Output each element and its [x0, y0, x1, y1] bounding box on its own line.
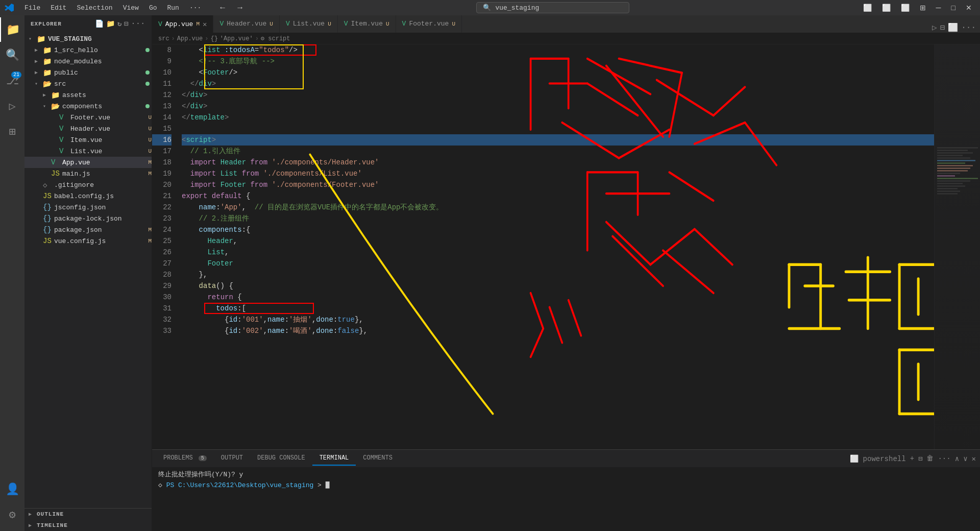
add-terminal-button[interactable]: + [910, 454, 914, 463]
git-file-icon: ◇ [43, 181, 52, 189]
kill-terminal-button[interactable]: 🗑 [926, 454, 934, 463]
terminal-tab-comments[interactable]: COMMENTS [356, 451, 400, 466]
terminal-tab-output[interactable]: OUTPUT [214, 451, 250, 466]
breadcrumb-braces[interactable]: {} [210, 35, 217, 42]
run-icon[interactable]: ▷ [932, 22, 937, 33]
sidebar-outline[interactable]: ▶ OUTLINE [24, 509, 152, 520]
svg-rect-15 [937, 186, 965, 187]
menu-edit[interactable]: Edit [46, 3, 70, 13]
sidebar-item-components[interactable]: ▾ 📂 components [24, 101, 152, 112]
menu-file[interactable]: File [20, 3, 44, 13]
sidebar-item-public[interactable]: ▶ 📁 public [24, 67, 152, 78]
activity-settings[interactable]: ⚙ [0, 502, 24, 527]
sidebar-item-app-vue[interactable]: V App.vue M [24, 157, 152, 168]
collapse-icon[interactable]: ⊟ [124, 19, 129, 28]
maximize-button[interactable]: □ [947, 3, 960, 13]
sidebar-item-vue-config[interactable]: JS vue.config.js M [24, 235, 152, 247]
sidebar-item-babel-config[interactable]: JS babel.config.js [24, 190, 152, 202]
split-editor-icon[interactable]: ⊟ [940, 22, 945, 33]
activity-account[interactable]: 👤 [0, 477, 24, 501]
menu-view[interactable]: View [119, 3, 143, 13]
new-folder-icon[interactable]: 📁 [106, 19, 115, 28]
terminal-tab-terminal[interactable]: TERMINAL [312, 451, 356, 466]
svg-rect-0 [937, 148, 978, 149]
code-editor[interactable]: 8 9 10 11 12 13 14 15 16 17 18 19 20 21 … [152, 44, 980, 449]
breadcrumb-app-name[interactable]: 'App.vue' [220, 35, 253, 42]
more-terminal-actions-icon[interactable]: ··· [938, 454, 950, 463]
more-actions-icon[interactable]: ··· [961, 23, 976, 32]
breadcrumb-app-vue[interactable]: App.vue [177, 35, 203, 42]
item-label: .gitignore [54, 181, 152, 189]
tab-item-vue[interactable]: V Item.vue U [338, 15, 396, 33]
code-line-33: {id:'002',name:'喝酒',done:false}, [182, 325, 934, 336]
nav-back-button[interactable]: ← [215, 2, 230, 13]
tab-list-vue[interactable]: V List.vue U [280, 15, 338, 33]
breadcrumb-script[interactable]: ⚙ script [261, 35, 290, 42]
sidebar-item-node-modules[interactable]: ▶ 📁 node_modules [24, 56, 152, 67]
sidebar-item-vue-staging[interactable]: ▾ 📁 VUE_STAGING [24, 33, 152, 44]
menu-more[interactable]: ··· [185, 3, 205, 13]
modified-indicator [145, 48, 150, 52]
toggle-layout-icon[interactable]: ⬜ [948, 22, 958, 33]
sidebar-item-item-vue[interactable]: V Item.vue U [24, 134, 152, 146]
sidebar-item-footer-vue[interactable]: V Footer.vue U [24, 112, 152, 123]
sidebar-item-src[interactable]: ▾ 📂 src [24, 78, 152, 89]
sidebar-item-package-json[interactable]: {} package.json M [24, 224, 152, 235]
tab-header-vue[interactable]: V Header.vue U [213, 15, 279, 33]
code-line-31: todos:[ [182, 303, 934, 314]
activity-search[interactable]: 🔍 [0, 43, 24, 67]
toggle-sidebar-button[interactable]: ⬜ [859, 3, 876, 13]
modified-label: U [148, 114, 152, 120]
minimize-panel-button[interactable]: ∨ [963, 454, 967, 463]
code-content[interactable]: <list :todosA="todos"/> <!-- 3.底部导航 --> … [178, 44, 934, 449]
activity-run[interactable]: ▷ [0, 94, 24, 118]
sidebar-item-gitignore[interactable]: ◇ .gitignore [24, 179, 152, 190]
minimize-button[interactable]: ─ [932, 3, 945, 13]
sidebar-item-1-src-hello[interactable]: ▶ 📁 1_src_hello [24, 44, 152, 56]
item-label: App.vue [62, 159, 146, 166]
split-terminal-button[interactable]: ⊟ [918, 454, 922, 463]
sidebar-item-main-js[interactable]: JS main.js M [24, 168, 152, 179]
sidebar-item-package-lock[interactable]: {} package-lock.json [24, 213, 152, 224]
activity-extensions[interactable]: ⊞ [0, 119, 24, 144]
activity-explorer[interactable]: 📁 [0, 17, 24, 42]
close-panel-button[interactable]: ✕ [972, 454, 976, 463]
menu-go[interactable]: Go [145, 3, 161, 13]
svg-rect-14 [937, 183, 963, 184]
sidebar-item-jsconfig[interactable]: {} jsconfig.json [24, 202, 152, 213]
modified-label: M [148, 227, 152, 233]
line-numbers: 8 9 10 11 12 13 14 15 16 17 18 19 20 21 … [152, 44, 178, 449]
sidebar-item-header-vue[interactable]: V Header.vue U [24, 123, 152, 134]
search-box[interactable]: 🔍 vue_staging [476, 2, 629, 13]
sidebar-item-list-vue[interactable]: V List.vue U [24, 146, 152, 157]
folder-icon: 📁 [43, 46, 52, 55]
code-line-21: export default { [182, 190, 934, 202]
sidebar: EXPLORER 📄 📁 ↻ ⊟ ··· ▾ 📁 VUE_STAGING ▶ 📁… [24, 15, 152, 531]
terminal-tab-debug[interactable]: DEBUG CONSOLE [250, 451, 312, 466]
toggle-panel-button[interactable]: ⬜ [897, 3, 914, 13]
new-file-icon[interactable]: 📄 [95, 19, 104, 28]
close-button[interactable]: ✕ [962, 3, 976, 13]
terminal-tab-problems[interactable]: PROBLEMS 5 [156, 451, 214, 466]
sidebar-timeline[interactable]: ▶ TIMELINE [24, 520, 152, 531]
toggle-editor-button[interactable]: ⬜ [878, 3, 895, 13]
tab-app-vue[interactable]: V App.vue M ✕ [152, 15, 213, 33]
svg-rect-7 [937, 165, 973, 166]
more-actions-icon[interactable]: ··· [131, 19, 145, 28]
minimap[interactable] [934, 44, 980, 449]
tab-footer-vue[interactable]: V Footer.vue U [396, 15, 462, 33]
refresh-icon[interactable]: ↻ [117, 19, 122, 28]
terminal-content[interactable]: 终止批处理操作吗(Y/N)? y ◇ PS C:\Users\22612\Des… [152, 468, 980, 531]
sidebar-item-assets[interactable]: ▶ 📁 assets [24, 89, 152, 101]
account-icon: 👤 [6, 482, 19, 496]
maximize-panel-button[interactable]: ∧ [955, 454, 959, 463]
menu-selection[interactable]: Selection [72, 3, 116, 13]
customize-layout-button[interactable]: ⊞ [916, 3, 930, 13]
untracked-label: U [270, 21, 273, 27]
svg-rect-4 [937, 158, 970, 159]
activity-source-control[interactable]: ⎇ 21 [0, 68, 24, 93]
close-tab-button[interactable]: ✕ [203, 20, 207, 29]
menu-run[interactable]: Run [163, 3, 183, 13]
breadcrumb-src[interactable]: src [158, 35, 169, 42]
nav-forward-button[interactable]: → [233, 2, 247, 13]
